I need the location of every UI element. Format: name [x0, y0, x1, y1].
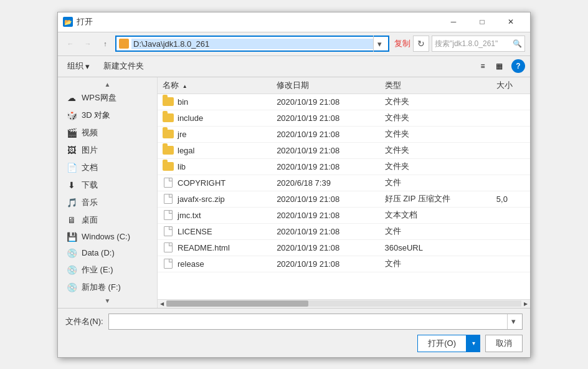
table-row[interactable]: LICENSE 2020/10/19 21:08文件 — [158, 223, 530, 239]
search-icon[interactable]: 🔍 — [513, 39, 522, 48]
table-row[interactable]: lib 2020/10/19 21:08文件夹 — [158, 158, 530, 175]
file-name: COPYRIGHT — [178, 178, 225, 188]
filename-dropdown-button[interactable]: ▾ — [507, 314, 519, 329]
new-folder-label: 新建文件夹 — [103, 60, 144, 72]
file-name-cell: jmc.txt — [158, 207, 272, 223]
sidebar-item-download[interactable]: ⬇ 下载 — [58, 176, 157, 194]
sidebar-scroll-up[interactable]: ▲ — [58, 80, 157, 89]
file-table: 名称 ▲ 修改日期 类型 大小 bin 2020/10/19 21:08文件夹 — [158, 77, 530, 299]
file-icon — [163, 194, 174, 204]
sidebar-label-wps: WPS网盘 — [82, 92, 116, 103]
address-path[interactable]: D:\Java\jdk1.8.0_261 — [131, 39, 373, 49]
table-row[interactable]: legal 2020/10/19 21:08文件夹 — [158, 142, 530, 158]
file-modified: 2020/10/19 21:08 — [272, 223, 379, 239]
sidebar-item-desktop[interactable]: 🖥 桌面 — [58, 211, 157, 229]
file-list-table: 名称 ▲ 修改日期 类型 大小 bin 2020/10/19 21:08文件夹 — [158, 77, 530, 272]
file-type: 文件夹 — [380, 110, 491, 126]
bottom-area: 文件名(N): ▾ 打开(O) ▾ 取消 — [58, 308, 530, 357]
file-name: javafx-src.zip — [178, 194, 225, 204]
open-dropdown-button[interactable]: ▾ — [467, 335, 480, 352]
file-name-cell: COPYRIGHT — [158, 175, 272, 191]
file-size — [491, 207, 530, 223]
view-icon-button[interactable]: ▦ — [491, 59, 506, 74]
file-name-cell: jre — [158, 126, 272, 142]
sidebar-item-wps[interactable]: ☁ WPS网盘 — [58, 89, 157, 107]
file-name: lib — [178, 162, 186, 171]
file-size: 5,0 — [491, 191, 530, 207]
refresh-button[interactable]: ↻ — [413, 36, 429, 52]
table-row[interactable]: include 2020/10/19 21:08文件夹 — [158, 110, 530, 126]
new-folder-button[interactable]: 新建文件夹 — [99, 58, 148, 74]
up-button[interactable]: ↑ — [98, 36, 113, 51]
file-name: jre — [178, 130, 186, 139]
address-bar: ← → ↑ D:\Java\jdk1.8.0_261 ▾ 复制 ↻ 搜索"jdk… — [58, 32, 530, 56]
file-modified: 2020/6/18 7:39 — [272, 175, 379, 191]
folder-icon — [163, 113, 174, 123]
sidebar-scroll-down[interactable]: ▼ — [58, 296, 157, 305]
folder-icon — [163, 161, 174, 171]
file-name: bin — [178, 97, 188, 107]
file-icon — [163, 259, 174, 269]
sidebar-item-worke[interactable]: 💿 作业 (E:) — [58, 261, 157, 279]
address-dropdown-button[interactable]: ▾ — [373, 36, 386, 52]
col-modified[interactable]: 修改日期 — [272, 77, 379, 94]
cancel-button[interactable]: 取消 — [485, 335, 523, 352]
view-list-button[interactable]: ≡ — [475, 59, 490, 74]
help-button[interactable]: ? — [511, 59, 525, 73]
toolbar: 组织 ▾ 新建文件夹 ≡ ▦ ? — [58, 56, 530, 77]
sidebar-label-desktop: 桌面 — [82, 214, 98, 226]
file-name-cell: include — [158, 110, 272, 126]
sidebar-label-3d: 3D 对象 — [82, 110, 110, 121]
scroll-left-button[interactable]: ◀ — [158, 299, 166, 308]
file-name: LICENSE — [178, 227, 212, 236]
sidebar-item-newf[interactable]: 💿 新加卷 (F:) — [58, 279, 157, 296]
scroll-right-button[interactable]: ▶ — [521, 299, 530, 308]
sidebar-item-datad[interactable]: 💿 Data (D:) — [58, 245, 157, 261]
file-icon — [163, 210, 174, 220]
file-name-cell: release — [158, 256, 272, 272]
back-button[interactable]: ← — [63, 36, 78, 51]
main-area: ▲ ☁ WPS网盘 🎲 3D 对象 🎬 视频 🖼 图片 📄 文档 — [58, 77, 530, 308]
col-type[interactable]: 类型 — [380, 77, 491, 94]
table-row[interactable]: release 2020/10/19 21:08文件 — [158, 256, 530, 272]
organize-button[interactable]: 组织 ▾ — [63, 58, 94, 74]
music-icon: 🎵 — [65, 198, 78, 208]
file-modified: 2020/10/19 21:08 — [272, 93, 379, 110]
datad-icon: 💿 — [65, 248, 78, 258]
sidebar-item-3d[interactable]: 🎲 3D 对象 — [58, 107, 157, 124]
scroll-track[interactable] — [166, 300, 521, 307]
table-row[interactable]: COPYRIGHT 2020/6/18 7:39文件 — [158, 175, 530, 191]
file-name: README.html — [178, 243, 230, 252]
col-size[interactable]: 大小 — [491, 77, 530, 94]
close-button[interactable]: ✕ — [496, 12, 525, 32]
file-icon — [163, 226, 174, 236]
file-type: 文本文档 — [380, 207, 491, 223]
file-type: 文件 — [380, 223, 491, 239]
file-size — [491, 93, 530, 110]
sidebar-item-docs[interactable]: 📄 文档 — [58, 159, 157, 176]
file-icon — [163, 178, 174, 188]
sidebar-item-pictures[interactable]: 🖼 图片 — [58, 141, 157, 159]
open-button[interactable]: 打开(O) — [417, 335, 467, 352]
table-row[interactable]: jmc.txt 2020/10/19 21:08文本文档 — [158, 207, 530, 223]
file-modified: 2020/10/19 21:08 — [272, 256, 379, 272]
table-row[interactable]: jre 2020/10/19 21:08文件夹 — [158, 126, 530, 142]
file-icon — [163, 242, 174, 252]
file-name: include — [178, 113, 203, 123]
view-buttons: ≡ ▦ — [475, 59, 506, 74]
sidebar-item-video[interactable]: 🎬 视频 — [58, 124, 157, 141]
table-row[interactable]: bin 2020/10/19 21:08文件夹 — [158, 93, 530, 110]
horizontal-scrollbar: ◀ ▶ — [158, 299, 530, 308]
sidebar: ▲ ☁ WPS网盘 🎲 3D 对象 🎬 视频 🖼 图片 📄 文档 — [58, 77, 158, 308]
table-row[interactable]: README.html 2020/10/19 21:08360seURL — [158, 239, 530, 256]
col-name[interactable]: 名称 ▲ — [158, 77, 272, 94]
search-placeholder[interactable]: 搜索"jdk1.8.0_261" — [435, 39, 513, 49]
table-row[interactable]: javafx-src.zip 2020/10/19 21:08好压 ZIP 压缩… — [158, 191, 530, 207]
scroll-thumb[interactable] — [166, 300, 308, 307]
sidebar-item-winc[interactable]: 💾 Windows (C:) — [58, 229, 157, 245]
desktop-icon: 🖥 — [65, 215, 78, 225]
maximize-button[interactable]: □ — [468, 12, 496, 32]
forward-button[interactable]: → — [80, 36, 95, 51]
sidebar-item-music[interactable]: 🎵 音乐 — [58, 194, 157, 211]
minimize-button[interactable]: ─ — [439, 12, 468, 32]
